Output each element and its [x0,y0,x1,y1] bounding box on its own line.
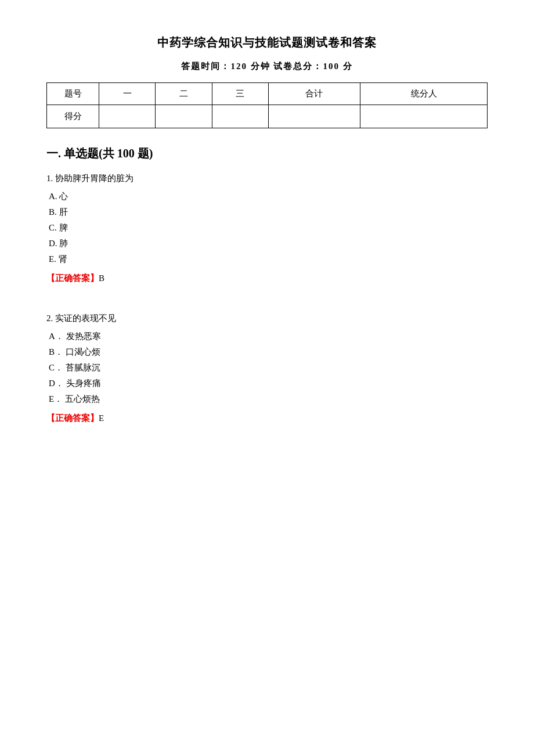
option: A． 发热恶寒 [46,331,488,342]
section-title: 一. 单选题(共 100 题) [46,146,488,161]
answer-label: 【正确答案】 [46,413,99,423]
score-table-header-cell: 三 [212,83,268,105]
option: B. 肝 [46,207,488,218]
exam-info: 答题时间：120 分钟 试卷总分：100 分 [46,61,488,72]
score-table-header-cell: 题号 [47,83,99,105]
page-title: 中药学综合知识与技能试题测试卷和答案 [46,35,488,51]
answer-value: E [99,413,104,423]
score-table-header-cell: 一 [99,83,156,105]
score-table-data-cell [156,105,212,128]
score-table-data-cell: 得分 [47,105,99,128]
answer-label: 【正确答案】 [46,273,99,283]
score-table-data-cell [268,105,360,128]
score-table-header-cell: 二 [156,83,212,105]
option: E. 肾 [46,254,488,265]
question-spacer [46,290,488,313]
question-text: 2. 实证的表现不见 [46,313,488,324]
option: C． 苔腻脉沉 [46,362,488,373]
score-table-data-cell [99,105,156,128]
option: B． 口渴心烦 [46,347,488,358]
score-table: 题号一二三合计统分人得分 [46,82,488,128]
answer-block: 【正确答案】B [46,273,488,284]
score-table-header-cell: 统分人 [360,83,488,105]
option: D. 肺 [46,238,488,249]
question-block: 1. 协助脾升胃降的脏为A. 心B. 肝C. 脾D. 肺E. 肾【正确答案】B [46,173,488,284]
answer-value: B [99,273,104,283]
option: A. 心 [46,191,488,202]
score-table-data-cell [212,105,268,128]
score-table-data-cell [360,105,488,128]
question-block: 2. 实证的表现不见A． 发热恶寒B． 口渴心烦C． 苔腻脉沉D． 头身疼痛E．… [46,313,488,424]
option: C. 脾 [46,222,488,233]
option: D． 头身疼痛 [46,378,488,389]
score-table-header-cell: 合计 [268,83,360,105]
option: E． 五心烦热 [46,394,488,405]
answer-block: 【正确答案】E [46,413,488,424]
question-text: 1. 协助脾升胃降的脏为 [46,173,488,184]
